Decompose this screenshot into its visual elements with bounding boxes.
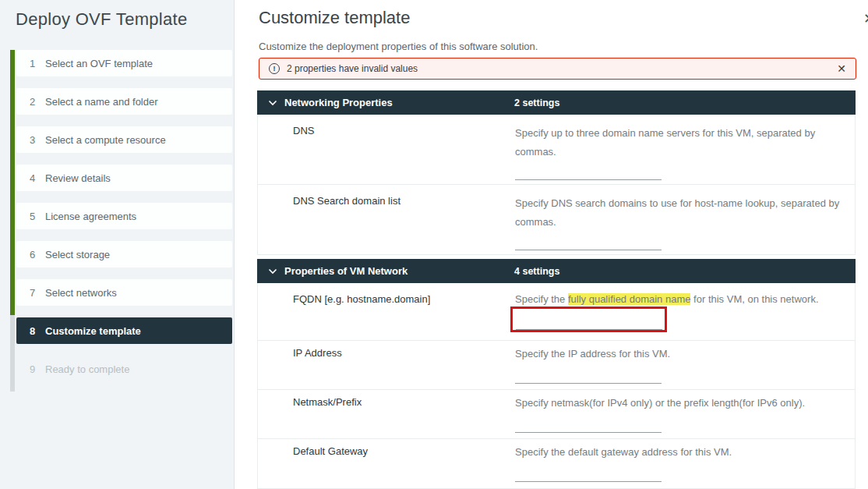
property-label: DNS Search domain list — [258, 185, 515, 254]
property-description: Specify the default gateway address for … — [515, 445, 852, 459]
invalid-field-marker — [510, 307, 667, 332]
page-subtitle: Customize the deployment properties of t… — [259, 41, 538, 52]
error-banner: ! 2 properties have invalid values ✕ — [259, 58, 856, 80]
ip-address-input[interactable] — [515, 367, 662, 384]
dns-input[interactable] — [515, 164, 662, 180]
deploy-ovf-wizard: { "wizard": { "title": "Deploy OVF Templ… — [0, 0, 868, 489]
chevron-down-icon — [268, 100, 277, 106]
dns-search-domain-input[interactable] — [515, 234, 662, 250]
step-label: Select networks — [45, 287, 117, 299]
section-settings-count: 4 settings — [514, 266, 559, 277]
property-description: Specify the fully qualified domain name … — [515, 292, 852, 307]
section-settings-count: 2 settings — [514, 97, 559, 108]
step-number: 8 — [30, 325, 41, 337]
step-label: Select a name and folder — [45, 96, 158, 108]
error-message: 2 properties have invalid values — [287, 63, 418, 74]
error-banner-close-icon[interactable]: ✕ — [837, 63, 846, 74]
property-description: Specify netmask(for IPv4 only) or the pr… — [515, 396, 852, 410]
wizard-steps: 1 Select an OVF template 2 Select a name… — [16, 50, 232, 394]
section-title: Networking Properties — [284, 97, 393, 108]
step-select-ovf-template[interactable]: 1 Select an OVF template — [16, 50, 232, 76]
properties-table: Networking Properties 2 settings DNS Spe… — [257, 90, 856, 489]
property-label: Netmask/Prefix — [258, 390, 515, 438]
step-number: 5 — [30, 211, 41, 222]
step-label: Ready to complete — [45, 363, 129, 375]
step-select-name-folder[interactable]: 2 Select a name and folder — [16, 88, 232, 115]
progress-bar-completed — [10, 50, 15, 315]
step-number: 7 — [30, 287, 41, 299]
step-label: Select a compute resource — [45, 134, 166, 146]
step-select-compute-resource[interactable]: 3 Select a compute resource — [16, 126, 232, 153]
progress-bar-remaining — [10, 315, 15, 392]
property-row-dns: DNS Specify up to three domain name serv… — [257, 115, 856, 185]
property-label: DNS — [258, 115, 515, 184]
property-label: FQDN [e.g. hostname.domain] — [258, 283, 515, 340]
fqdn-input[interactable] — [516, 310, 662, 330]
property-description: Specify up to three domain name servers … — [515, 124, 852, 161]
step-number: 4 — [30, 172, 41, 184]
step-license-agreements[interactable]: 5 License agreements — [16, 203, 232, 229]
section-header-properties-of-vm-network[interactable]: Properties of VM Network 4 settings — [257, 259, 856, 283]
wizard-title: Deploy OVF Template — [16, 9, 188, 30]
step-number: 1 — [30, 58, 41, 69]
step-select-networks[interactable]: 7 Select networks — [16, 279, 232, 306]
default-gateway-input[interactable] — [515, 466, 662, 482]
step-number: 9 — [30, 363, 41, 375]
section-header-networking-properties[interactable]: Networking Properties 2 settings — [257, 90, 856, 115]
property-label: IP Address — [258, 341, 515, 389]
property-description: Specify DNS search domains to use for ho… — [515, 194, 852, 232]
step-select-storage[interactable]: 6 Select storage — [16, 241, 232, 268]
highlighted-text: fully qualified domain name — [568, 293, 691, 305]
property-row-dns-search-domain: DNS Search domain list Specify DNS searc… — [257, 185, 856, 255]
dialog-close-icon[interactable]: ✕ — [863, 12, 868, 26]
step-review-details[interactable]: 4 Review details — [16, 165, 232, 191]
step-label: License agreements — [45, 211, 136, 222]
section-title: Properties of VM Network — [284, 265, 408, 277]
step-customize-template[interactable]: 8 Customize template — [16, 317, 232, 344]
property-label: Default Gateway — [258, 439, 515, 488]
property-row-default-gateway: Default Gateway Specify the default gate… — [257, 439, 856, 489]
exclamation-circle-icon: ! — [269, 63, 280, 74]
netmask-prefix-input[interactable] — [515, 416, 662, 433]
step-label: Review details — [45, 172, 111, 184]
step-number: 2 — [30, 96, 41, 108]
page-title: Customize template — [259, 8, 410, 28]
property-row-fqdn: FQDN [e.g. hostname.domain] Specify the … — [257, 283, 856, 341]
step-label: Select an OVF template — [45, 58, 153, 69]
step-label: Select storage — [45, 249, 110, 260]
property-row-ip-address: IP Address Specify the IP address for th… — [257, 341, 856, 390]
customize-template-panel: Customize template Customize the deploym… — [235, 0, 868, 489]
step-number: 3 — [30, 134, 41, 146]
step-label: Customize template — [45, 325, 141, 337]
wizard-sidebar: Deploy OVF Template 1 Select an OVF temp… — [0, 0, 235, 489]
chevron-down-icon — [268, 268, 277, 275]
step-ready-to-complete: 9 Ready to complete — [16, 356, 232, 382]
step-number: 6 — [30, 249, 41, 260]
property-description: Specify the IP address for this VM. — [515, 347, 852, 361]
property-row-netmask-prefix: Netmask/Prefix Specify netmask(for IPv4 … — [257, 390, 856, 439]
